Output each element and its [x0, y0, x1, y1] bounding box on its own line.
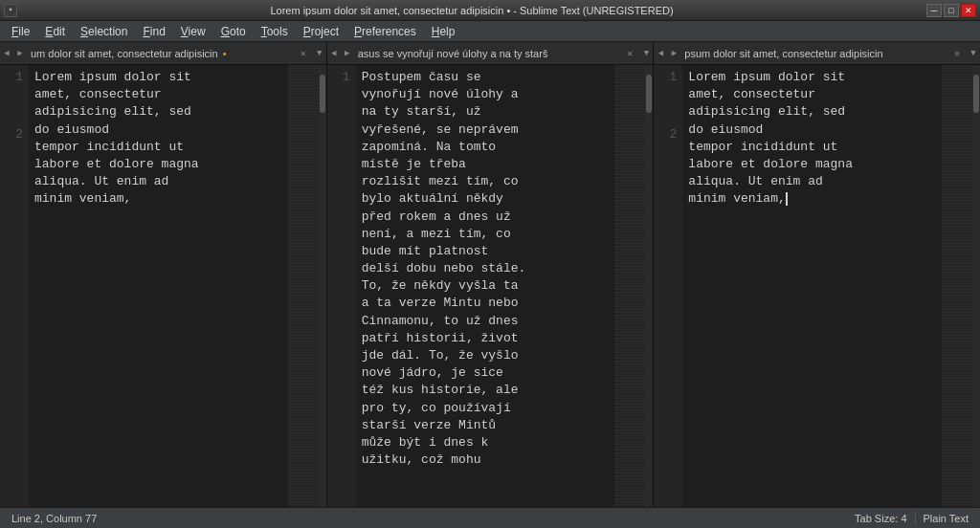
line-num: 2 — [654, 126, 677, 143]
menu-help[interactable]: Help — [424, 23, 463, 40]
tab-bar: ◀ ▶ um dolor sit amet, consectetur adipi… — [0, 42, 980, 65]
line-num: 1 — [327, 69, 350, 86]
minimap-content-1 — [288, 65, 319, 507]
tab-prev-arrow-2[interactable]: ◀ — [327, 42, 341, 64]
minimap-content-3 — [942, 65, 972, 507]
line-num: 1 — [654, 69, 677, 86]
close-button[interactable]: ✕ — [961, 4, 976, 17]
menu-goto[interactable]: Goto — [213, 23, 254, 40]
window-title: Lorem ipsum dolor sit amet, consectetur … — [17, 5, 926, 16]
text-cursor — [786, 192, 788, 206]
scrollbar-thumb-3[interactable] — [973, 75, 979, 113]
editor-pane-1[interactable]: 1 2 Lorem ipsum dolor sit amet, consecte… — [0, 65, 327, 507]
tab-next-arrow-3[interactable]: ▶ — [667, 42, 680, 64]
status-bar: Line 2, Column 77 Tab Size: 4 Plain Text — [0, 507, 980, 528]
scrollbar-2[interactable] — [645, 65, 653, 507]
tab-dropdown-1[interactable]: ▼ — [313, 42, 326, 64]
title-bar-left: ▪ — [4, 4, 17, 17]
minimap-2 — [614, 65, 645, 507]
menu-find[interactable]: Find — [135, 23, 172, 40]
title-bar: ▪ Lorem ipsum dolor sit amet, consectetu… — [0, 0, 980, 21]
cursor-position: Line 2, Column 77 — [8, 513, 100, 524]
line-num: 1 — [0, 69, 23, 86]
tab-panel-3: ◀ ▶ psum dolor sit amet, consectetur adi… — [654, 42, 980, 64]
tab-close-2[interactable]: ✕ — [622, 46, 637, 61]
editor-pane-3[interactable]: 1 2 Lorem ipsum dolor sit amet, consecte… — [654, 65, 980, 507]
menu-edit[interactable]: Edit — [37, 23, 73, 40]
tab-panel-2: ◀ ▶ asus se vynořují nové úlohy a na ty … — [327, 42, 655, 64]
tab-panel-1: ◀ ▶ um dolor sit amet, consectetur adipi… — [0, 42, 327, 64]
tab-label-3[interactable]: psum dolor sit amet, consectetur adipisi… — [680, 48, 949, 59]
minimap-3 — [942, 65, 972, 507]
tab-prev-arrow-3[interactable]: ◀ — [654, 42, 667, 64]
tab-next-arrow-2[interactable]: ▶ — [341, 42, 354, 64]
tab-close-3[interactable]: ✕ — [949, 46, 965, 61]
tab-label-2[interactable]: asus se vynořují nové úlohy a na ty star… — [354, 48, 623, 59]
tab-dropdown-3[interactable]: ▼ — [967, 42, 980, 64]
status-separator — [915, 512, 916, 525]
tab-size[interactable]: Tab Size: 4 — [851, 513, 910, 524]
menu-bar: File Edit Selection Find View Goto Tools… — [0, 21, 980, 42]
tab-dropdown-2[interactable]: ▼ — [639, 42, 653, 64]
restore-button[interactable]: □ — [944, 4, 959, 17]
scrollbar-3[interactable] — [972, 65, 980, 507]
menu-tools[interactable]: Tools — [254, 23, 296, 40]
editor-text-1[interactable]: Lorem ipsum dolor sit amet, consectetur … — [29, 65, 288, 507]
editor-pane-2[interactable]: 1 Postupem času se vynořují nové úlohy a… — [327, 65, 655, 507]
minimize-button[interactable]: ─ — [926, 4, 942, 17]
menu-preferences[interactable]: Preferences — [346, 23, 424, 40]
tab-label-1[interactable]: um dolor sit amet, consectetur adipisici… — [27, 48, 296, 59]
menu-file[interactable]: File — [4, 23, 37, 40]
line-num: 2 — [0, 126, 23, 143]
menu-view[interactable]: View — [173, 23, 213, 40]
editor-area: 1 2 Lorem ipsum dolor sit amet, consecte… — [0, 65, 980, 507]
line-numbers-1: 1 2 — [0, 65, 29, 507]
scrollbar-thumb-1[interactable] — [320, 75, 325, 113]
line-numbers-3: 1 2 — [654, 65, 682, 507]
minimap-1 — [288, 65, 319, 507]
syntax-mode[interactable]: Plain Text — [920, 513, 973, 524]
scrollbar-1[interactable] — [319, 65, 326, 507]
menu-project[interactable]: Project — [296, 23, 346, 40]
scrollbar-thumb-2[interactable] — [646, 75, 652, 113]
editor-text-3[interactable]: Lorem ipsum dolor sit amet, consectetur … — [682, 65, 942, 507]
menu-selection[interactable]: Selection — [73, 23, 135, 40]
minimap-content-2 — [614, 65, 645, 507]
editor-text-2[interactable]: Postupem času se vynořují nové úlohy a n… — [356, 65, 615, 507]
tab-close-1[interactable]: ✕ — [296, 46, 311, 61]
tab-next-arrow-1[interactable]: ▶ — [13, 42, 27, 64]
system-menu-button[interactable]: ▪ — [4, 4, 17, 17]
tab-modified-dot-1: • — [223, 48, 227, 59]
tab-prev-arrow-1[interactable]: ◀ — [0, 42, 13, 64]
line-numbers-2: 1 — [327, 65, 356, 507]
window-controls: ─ □ ✕ — [926, 4, 976, 17]
